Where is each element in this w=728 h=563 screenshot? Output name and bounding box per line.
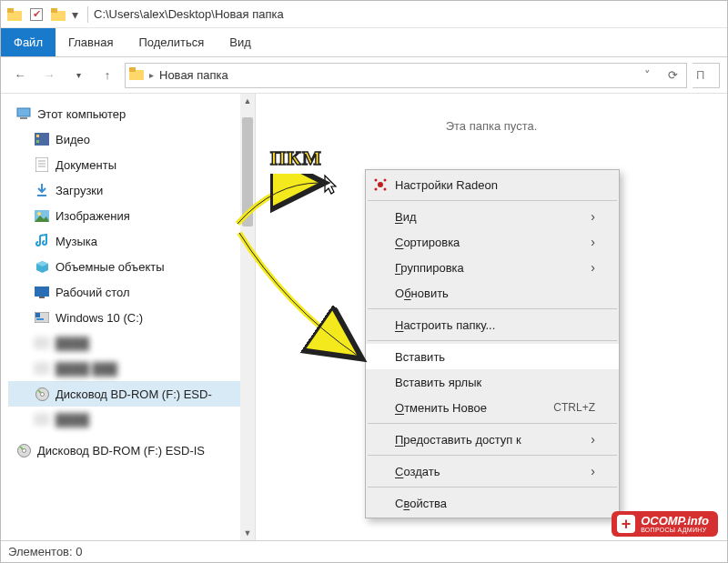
breadcrumb-current[interactable]: Новая папка	[159, 68, 228, 82]
sidebar-item-drive-c[interactable]: Windows 10 (C:)	[8, 305, 255, 330]
scroll-up-icon[interactable]: ▲	[240, 94, 255, 108]
ctx-customize[interactable]: Настроить папку...	[366, 312, 619, 337]
sidebar-root-this-pc[interactable]: Этот компьютер	[8, 101, 255, 126]
ctx-separator	[368, 423, 617, 424]
search-box[interactable]: П	[693, 63, 720, 88]
ctx-label: Свойства	[395, 497, 447, 510]
sidebar-item-videos[interactable]: Видео	[8, 126, 255, 152]
qa-customize-icon[interactable]: ▾	[72, 7, 78, 22]
sidebar-item-3d[interactable]: Объемные объекты	[8, 254, 255, 279]
svg-point-30	[378, 182, 383, 187]
watermark-text: OCOMP.info	[641, 515, 709, 527]
drive-icon	[34, 335, 50, 351]
svg-rect-24	[35, 363, 49, 374]
separator	[87, 6, 88, 23]
svg-rect-10	[36, 140, 39, 143]
video-icon	[34, 131, 50, 147]
sidebar-label: Этот компьютер	[37, 107, 126, 121]
pictures-icon	[34, 207, 50, 224]
sidebar-item-downloads[interactable]: Загрузки	[8, 177, 255, 203]
address-bar[interactable]: ▸ Новая папка ˅ ⟳	[125, 63, 687, 88]
sidebar-root-bdrom[interactable]: Дисковод BD-ROM (F:) ESD-IS	[8, 437, 255, 463]
sidebar-item-pictures[interactable]: Изображения	[8, 203, 255, 228]
back-button[interactable]: ←	[8, 64, 32, 87]
scroll-thumb[interactable]	[242, 117, 253, 226]
submenu-arrow-icon: ›	[591, 260, 595, 275]
svg-rect-27	[35, 414, 49, 425]
ctx-separator	[368, 200, 617, 201]
sidebar-label: Изображения	[56, 209, 130, 223]
sidebar-item-bdrom[interactable]: Дисковод BD-ROM (F:) ESD-	[8, 381, 255, 407]
sidebar-item-desktop[interactable]: Рабочий стол	[8, 279, 255, 305]
sidebar-item-documents[interactable]: Документы	[8, 152, 255, 177]
ctx-new[interactable]: Создать›	[366, 458, 619, 484]
ctx-paste[interactable]: Вставить	[366, 344, 619, 369]
computer-icon	[15, 106, 32, 122]
ctx-group[interactable]: Группировка›	[366, 255, 619, 280]
sidebar-label: Документы	[56, 158, 116, 172]
breadcrumb-sep-icon[interactable]: ▸	[149, 70, 154, 80]
ctx-view[interactable]: Вид›	[366, 204, 619, 229]
svg-rect-19	[39, 297, 45, 298]
refresh-button[interactable]: ⟳	[662, 68, 682, 82]
sidebar-label: Дисковод BD-ROM (F:) ESD-IS	[37, 444, 205, 457]
svg-rect-7	[20, 117, 27, 119]
ctx-undo[interactable]: Отменить НовоеCTRL+Z	[366, 395, 619, 420]
svg-rect-15	[37, 195, 46, 196]
sidebar-label: Объемные объекты	[56, 260, 165, 274]
sidebar-label: Рабочий стол	[56, 286, 130, 299]
submenu-arrow-icon: ›	[591, 209, 595, 224]
tab-share[interactable]: Поделиться	[126, 28, 217, 56]
ctx-separator	[368, 487, 617, 488]
ctx-sort[interactable]: Сортировка›	[366, 229, 619, 255]
sidebar-item-blurred[interactable]: ████	[8, 407, 255, 432]
svg-rect-21	[36, 318, 44, 320]
recent-dropdown[interactable]: ▾	[66, 64, 90, 87]
sidebar-item-music[interactable]: Музыка	[8, 228, 255, 254]
sidebar-label: Музыка	[56, 235, 97, 248]
qa-save-icon[interactable]: ✔	[28, 6, 45, 23]
tab-file[interactable]: Файл	[1, 28, 56, 56]
forward-button[interactable]: →	[37, 64, 61, 87]
svg-point-32	[384, 179, 387, 182]
sidebar-item-blurred[interactable]: ████	[8, 330, 255, 356]
ctx-paste-shortcut[interactable]: Вставить ярлык	[366, 369, 619, 395]
sidebar-label: Windows 10 (C:)	[56, 311, 143, 325]
sidebar-label: ████	[56, 413, 89, 427]
sidebar-label: ████	[56, 337, 89, 350]
window-title: C:\Users\alex\Desktop\Новая папка	[94, 7, 284, 21]
svg-point-29	[22, 448, 25, 452]
svg-point-31	[375, 179, 378, 182]
ctx-share[interactable]: Предоставить доступ к›	[366, 427, 619, 452]
navigation-row: ← → ▾ ↑ ▸ Новая папка ˅ ⟳ П	[1, 57, 727, 94]
document-icon	[34, 156, 50, 173]
ctx-label: Вид	[395, 210, 417, 224]
explorer-icon	[6, 6, 23, 23]
context-menu: Настройки Radeon Вид› Сортировка› Группи…	[365, 169, 620, 518]
empty-folder-message: Эта папка пуста.	[256, 119, 727, 133]
svg-point-34	[384, 188, 387, 191]
scroll-track[interactable]	[240, 108, 255, 526]
tab-home[interactable]: Главная	[56, 28, 126, 56]
submenu-arrow-icon: ›	[591, 432, 595, 447]
ctx-shortcut: CTRL+Z	[553, 401, 595, 414]
qa-folder-icon[interactable]	[50, 6, 66, 23]
sidebar-scrollbar[interactable]: ▲ ▼	[240, 94, 255, 540]
tab-view[interactable]: Вид	[217, 28, 264, 56]
navigation-pane: Этот компьютер Видео Документы Загрузки …	[1, 94, 256, 540]
ctx-radeon[interactable]: Настройки Radeon	[366, 172, 619, 197]
ctx-label: Вставить	[395, 350, 445, 364]
up-button[interactable]: ↑	[96, 64, 119, 87]
sidebar-item-blurred[interactable]: ████ ███	[8, 356, 255, 381]
watermark: OCOMP.info ВОПРОСЫ АДМИНУ	[612, 511, 718, 537]
ctx-label: Отменить Новое	[395, 401, 487, 415]
folder-icon	[129, 67, 144, 83]
radeon-icon	[371, 177, 389, 192]
submenu-arrow-icon: ›	[591, 464, 595, 478]
ctx-refresh[interactable]: Обновить	[366, 280, 619, 306]
address-history-dropdown[interactable]: ˅	[637, 68, 657, 82]
svg-point-17	[37, 212, 41, 216]
ctx-properties[interactable]: Свойства	[366, 490, 619, 516]
drive-icon	[34, 360, 50, 377]
scroll-down-icon[interactable]: ▼	[240, 526, 255, 540]
